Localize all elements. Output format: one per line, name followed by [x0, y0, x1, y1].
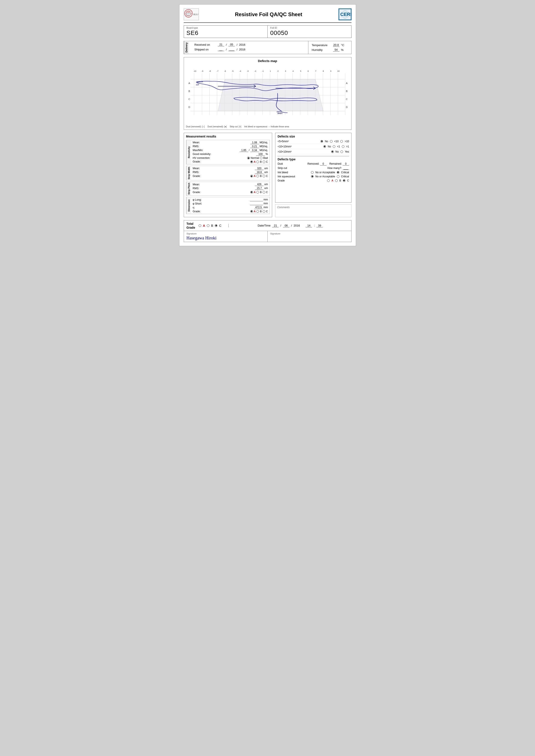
- total-grade-a-radio[interactable]: [199, 224, 201, 227]
- inkbleed-critical-radio[interactable]: [337, 171, 339, 174]
- hv-bad-radio[interactable]: [260, 157, 263, 159]
- svg-text:2: 2: [277, 70, 278, 72]
- temperature-value: 20.8: [333, 43, 339, 47]
- shipped-row: Shipped on __ / ___ / 2016: [194, 48, 302, 51]
- sw-grade-b-radio[interactable]: [256, 175, 259, 177]
- received-label: Received on: [194, 43, 216, 46]
- resistivity-mean-row: Mean: 1.08 MΩ/sq.: [193, 141, 268, 144]
- humidity-value: 54: [333, 48, 339, 51]
- foil-id-label: Foil ID: [270, 27, 349, 29]
- svg-text:-7: -7: [216, 70, 218, 72]
- resistivity-grade-options: A B C: [250, 160, 268, 163]
- date-year: 2016: [294, 224, 300, 227]
- signature-row: Signature Hasegawa Hiroki Signature: [184, 231, 352, 242]
- sp-grade-a-radio[interactable]: [250, 191, 253, 194]
- strip-width-label: Strip Width: [186, 166, 191, 180]
- svg-text:Science: Science: [186, 15, 190, 16]
- legend-strip-cut: Strip cut: [×]: [230, 125, 241, 128]
- resistivity-good-value: 100 %: [256, 152, 268, 156]
- sw-rms-row: RMS: 18.8 um: [193, 171, 268, 174]
- svg-text:D: D: [188, 106, 190, 108]
- dt-grade-b-radio[interactable]: [335, 179, 338, 182]
- ds-10x10-no-radio[interactable]: [324, 145, 326, 148]
- svg-marker-65: [218, 79, 323, 111]
- dt-grade-c-radio[interactable]: [343, 179, 346, 182]
- resistivity-label: Resistivity: [186, 140, 191, 164]
- resistivity-grade-a-radio[interactable]: [250, 161, 253, 163]
- sw-grade-a-radio[interactable]: [250, 175, 253, 177]
- inkbleed-noacc-radio[interactable]: [311, 171, 314, 174]
- inksq-noacc-radio[interactable]: [311, 175, 314, 178]
- left-signature-cell: Signature Hasegawa Hiroki: [184, 231, 268, 242]
- resistivity-maxmin-label: Max/Min:: [193, 149, 216, 152]
- board-type-value: SE6: [186, 30, 265, 37]
- time-hour: 14: [306, 224, 312, 228]
- ds-5x5-lt10-radio[interactable]: [330, 140, 332, 143]
- resistivity-group: Resistivity Mean: 1.08 MΩ/sq. RMS: 0.21: [186, 140, 270, 164]
- ds-10x10-gt1-radio[interactable]: [342, 145, 344, 148]
- date-day: 21: [272, 224, 279, 228]
- svg-text:5: 5: [300, 70, 301, 72]
- ds-gt10x10-yes-radio[interactable]: [341, 150, 343, 153]
- total-grade-b-radio[interactable]: [207, 224, 210, 227]
- ds-5x5-gt10-radio[interactable]: [340, 140, 343, 143]
- dim-grade-row: Grade: A B C: [193, 210, 268, 213]
- svg-text:sqeeze: sqeeze: [196, 80, 203, 83]
- dim-grade-b-radio[interactable]: [256, 210, 259, 213]
- svg-text:3: 3: [285, 70, 286, 72]
- humidity-row: Humidity 54 %: [312, 48, 348, 51]
- sw-grade-c-radio[interactable]: [263, 175, 265, 177]
- svg-text:B: B: [188, 90, 190, 93]
- dt-dust-row: Dust Removed: 0 Remained: 0: [277, 162, 349, 166]
- strip-width-rows: Mean: 320 um RMS: 18.8 um: [191, 166, 270, 180]
- svg-text:-9: -9: [201, 70, 203, 72]
- dim-eta-row: η: 472.5 mm: [193, 206, 268, 209]
- defects-map-title: Defects map: [186, 59, 349, 63]
- resistivity-hv-options: Normal Bad: [247, 156, 268, 160]
- hv-normal-radio[interactable]: [247, 157, 250, 159]
- page: KOBE UNIVERSITY Science 東京大学 Resistive F…: [179, 4, 356, 246]
- strip-pitch-label: Strip Pitch: [186, 182, 191, 196]
- dt-inkbleed-row: Ink bleed No or Acceptable Critical: [277, 171, 349, 174]
- ds-row-gt10x10: >10×10mm² No Yes: [277, 150, 349, 154]
- ds-row-5x5: <5×5mm² No <10 >10: [277, 140, 349, 144]
- dim-philong-row: φ Long: mm: [193, 198, 268, 201]
- sp-grade-c-radio[interactable]: [263, 191, 265, 194]
- svg-text:4: 4: [293, 70, 294, 72]
- time-minute: 39: [316, 224, 323, 228]
- svg-text:7: 7: [315, 70, 316, 72]
- svg-text:1: 1: [270, 70, 271, 72]
- received-year: 2016: [239, 43, 245, 46]
- strip-pitch-group: Strip Pitch Mean: 426 um RMS: 15.7 um: [186, 182, 270, 196]
- ds-gt10x10-no-radio[interactable]: [331, 150, 334, 153]
- measurement-results: Measurement results Resistivity Mean: 1.…: [184, 133, 272, 217]
- defects-map-legend: Dust (removed): [○] Dust (remained): [●]…: [186, 125, 349, 128]
- total-grade-c-radio[interactable]: [215, 224, 217, 227]
- mr-title: Measurement results: [186, 135, 270, 138]
- dt-grade-a-radio[interactable]: [327, 179, 330, 182]
- ds-10x10-lt1-radio[interactable]: [333, 145, 335, 148]
- inksq-critical-radio[interactable]: [337, 175, 339, 178]
- svg-text:CERN: CERN: [340, 12, 351, 17]
- sp-grade-b-radio[interactable]: [256, 191, 259, 194]
- left-sig-label: Signature: [186, 232, 265, 235]
- ds-5x5-no-radio[interactable]: [321, 140, 323, 143]
- svg-text:6: 6: [307, 70, 309, 72]
- resistivity-grade-c-radio[interactable]: [263, 161, 265, 163]
- ds-row-10x10: <10×10mm² No <1 >1: [277, 145, 349, 149]
- svg-text:東京大学: 東京大学: [193, 14, 198, 15]
- foil-id-value: 00050: [270, 30, 349, 37]
- dim-grade-a-radio[interactable]: [250, 210, 253, 213]
- resistivity-grade-b-radio[interactable]: [256, 161, 259, 163]
- total-grade-options: A B C: [199, 224, 221, 228]
- dt-stripcut-row: Strip cut How many?: ___: [277, 167, 349, 170]
- legend-dust-removed: Dust (removed): [○]: [186, 125, 205, 128]
- board-type-label: Board type: [186, 27, 265, 29]
- humidity-label: Humidity: [312, 48, 331, 51]
- resistivity-good-row: Good resistivity: 100 %: [193, 152, 268, 156]
- svg-text:C: C: [346, 97, 348, 100]
- dim-grade-c-radio[interactable]: [263, 210, 265, 213]
- defects-size-section: Defects size <5×5mm² No <10 >10 <10×10mm…: [275, 133, 351, 202]
- svg-text:-2: -2: [254, 70, 256, 72]
- defects-map-grid: -10 -9 -8 -7 -6 -5 -4 -3 -2 -1 1 2 3 4 5…: [186, 64, 349, 124]
